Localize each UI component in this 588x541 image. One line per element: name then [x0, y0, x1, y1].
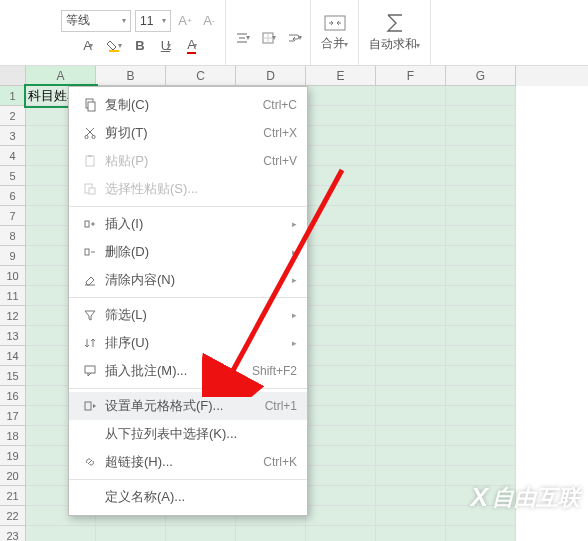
column-header[interactable]: G	[446, 66, 516, 86]
cell[interactable]	[306, 266, 376, 286]
font-color-icon[interactable]: A▾	[182, 36, 202, 56]
menu-item[interactable]: 筛选(L)▸	[69, 301, 307, 329]
select-all-corner[interactable]	[0, 66, 26, 86]
cell[interactable]	[376, 106, 446, 126]
cell[interactable]	[376, 126, 446, 146]
cell[interactable]	[376, 406, 446, 426]
row-header[interactable]: 5	[0, 166, 26, 186]
cell[interactable]	[306, 366, 376, 386]
cell[interactable]	[306, 186, 376, 206]
row-header[interactable]: 11	[0, 286, 26, 306]
align-center-icon[interactable]: ▾	[232, 28, 252, 48]
cell[interactable]	[306, 466, 376, 486]
cell[interactable]	[376, 246, 446, 266]
bold-icon[interactable]: B	[130, 36, 150, 56]
cell[interactable]	[306, 146, 376, 166]
cell[interactable]	[446, 286, 516, 306]
row-header[interactable]: 22	[0, 506, 26, 526]
row-header[interactable]: 2	[0, 106, 26, 126]
cell[interactable]	[306, 246, 376, 266]
cell[interactable]	[96, 526, 166, 541]
row-header[interactable]: 15	[0, 366, 26, 386]
cell[interactable]	[306, 286, 376, 306]
cell[interactable]	[446, 366, 516, 386]
cell[interactable]	[446, 346, 516, 366]
cell[interactable]	[306, 166, 376, 186]
cell[interactable]	[166, 526, 236, 541]
decrease-font-icon[interactable]: A-	[199, 11, 219, 31]
cell[interactable]	[376, 206, 446, 226]
cell[interactable]	[306, 326, 376, 346]
cell[interactable]	[376, 346, 446, 366]
column-header[interactable]: A	[26, 66, 96, 86]
row-header[interactable]: 14	[0, 346, 26, 366]
row-header[interactable]: 12	[0, 306, 26, 326]
cell[interactable]	[376, 506, 446, 526]
row-header[interactable]: 16	[0, 386, 26, 406]
row-header[interactable]: 9	[0, 246, 26, 266]
cell[interactable]	[376, 366, 446, 386]
cell[interactable]	[306, 426, 376, 446]
font-name-selector[interactable]: 等线 ▾	[61, 10, 131, 32]
merge-button[interactable]: 合并 ▾	[311, 0, 359, 65]
row-header[interactable]: 6	[0, 186, 26, 206]
cell[interactable]	[446, 306, 516, 326]
menu-item[interactable]: 剪切(T)Ctrl+X	[69, 119, 307, 147]
cell[interactable]	[376, 186, 446, 206]
cell[interactable]	[306, 206, 376, 226]
cell[interactable]	[376, 486, 446, 506]
underline-icon[interactable]: U▾	[156, 36, 176, 56]
menu-item[interactable]: 从下拉列表中选择(K)...	[69, 420, 307, 448]
cell[interactable]	[376, 286, 446, 306]
cell[interactable]	[446, 186, 516, 206]
row-header[interactable]: 23	[0, 526, 26, 541]
cell[interactable]	[236, 526, 306, 541]
cell[interactable]	[26, 526, 96, 541]
row-header[interactable]: 18	[0, 426, 26, 446]
row-header[interactable]: 7	[0, 206, 26, 226]
row-header[interactable]: 21	[0, 486, 26, 506]
row-header[interactable]: 1	[0, 86, 26, 106]
cell[interactable]	[446, 386, 516, 406]
cell[interactable]	[446, 526, 516, 541]
cell[interactable]	[306, 446, 376, 466]
cell[interactable]	[376, 166, 446, 186]
autosum-button[interactable]: 自动求和 ▾	[359, 0, 431, 65]
font-style-icon[interactable]: A▾	[78, 36, 98, 56]
cell[interactable]	[376, 306, 446, 326]
wrap-text-icon[interactable]: ▾	[284, 28, 304, 48]
cell[interactable]	[306, 386, 376, 406]
cell[interactable]	[376, 326, 446, 346]
cell[interactable]	[376, 446, 446, 466]
cell[interactable]	[446, 206, 516, 226]
cell[interactable]	[446, 406, 516, 426]
cell[interactable]	[376, 466, 446, 486]
cell[interactable]	[446, 426, 516, 446]
column-header[interactable]: B	[96, 66, 166, 86]
cell[interactable]	[376, 226, 446, 246]
cell[interactable]	[446, 326, 516, 346]
cell[interactable]	[306, 526, 376, 541]
increase-font-icon[interactable]: A+	[175, 11, 195, 31]
cell[interactable]	[446, 266, 516, 286]
cell[interactable]	[446, 146, 516, 166]
cell[interactable]	[446, 166, 516, 186]
cell[interactable]	[306, 486, 376, 506]
cell[interactable]	[306, 346, 376, 366]
borders-icon[interactable]: ▾	[258, 28, 278, 48]
menu-item[interactable]: 插入批注(M)...Shift+F2	[69, 357, 307, 385]
cell[interactable]	[446, 126, 516, 146]
cell[interactable]	[376, 266, 446, 286]
font-size-selector[interactable]: 11 ▾	[135, 10, 171, 32]
menu-item[interactable]: 删除(D)▸	[69, 238, 307, 266]
column-header[interactable]: C	[166, 66, 236, 86]
menu-item[interactable]: 清除内容(N)▸	[69, 266, 307, 294]
column-header[interactable]: E	[306, 66, 376, 86]
cell[interactable]	[306, 86, 376, 106]
menu-item[interactable]: 设置单元格格式(F)...Ctrl+1	[69, 392, 307, 420]
cell[interactable]	[306, 226, 376, 246]
cell[interactable]	[376, 146, 446, 166]
row-header[interactable]: 8	[0, 226, 26, 246]
cell[interactable]	[376, 386, 446, 406]
cell[interactable]	[306, 506, 376, 526]
